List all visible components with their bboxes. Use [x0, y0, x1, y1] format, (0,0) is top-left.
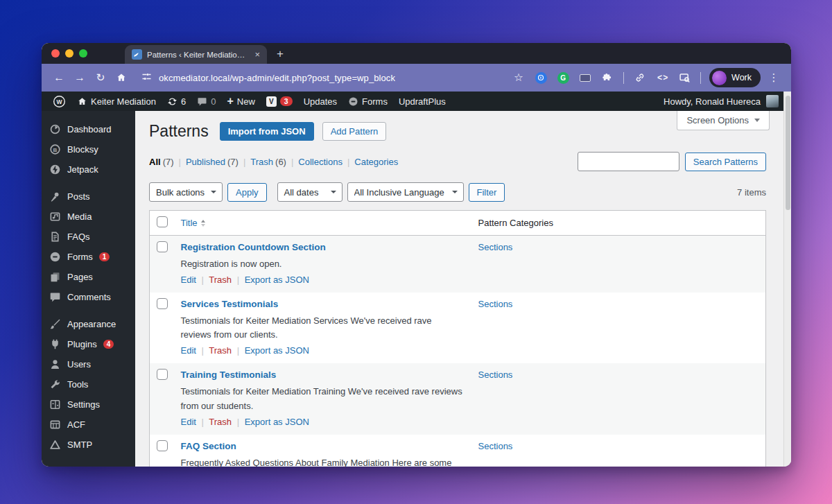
password-manager-icon[interactable] [530, 67, 551, 88]
trash-link[interactable]: Trash [209, 417, 232, 427]
dev-code-icon[interactable]: < > [652, 67, 673, 88]
sidebar-item-plugins[interactable]: Plugins 4 [42, 334, 135, 354]
export-json-link[interactable]: Export as JSON [245, 345, 309, 356]
patterns-table: Title Pattern Categories Registration Co… [149, 210, 766, 467]
pattern-category-link[interactable]: Sections [478, 242, 513, 252]
jetpack-icon [49, 164, 61, 175]
filter-button[interactable]: Filter [469, 183, 505, 202]
edit-link[interactable]: Edit [181, 417, 196, 427]
adminbar-forms-link[interactable]: Forms [343, 92, 393, 111]
page-title: Patterns [149, 122, 209, 141]
browser-tab[interactable]: Patterns ‹ Keiter Mediation — × [125, 45, 267, 64]
adminbar-v-plugin-link[interactable]: V 3 [261, 92, 298, 111]
view-collections[interactable]: Collections [298, 157, 343, 167]
scrollbar-thumb[interactable] [786, 96, 790, 210]
view-published[interactable]: Published(7) [186, 157, 239, 167]
view-all[interactable]: All(7) [149, 157, 174, 167]
search-input[interactable] [578, 152, 679, 171]
sidebar-item-acf[interactable]: ACF [42, 415, 135, 435]
tune-icon[interactable] [141, 71, 152, 85]
row-checkbox[interactable] [157, 440, 168, 451]
pattern-title-link[interactable]: Training Testimonials [181, 370, 277, 380]
profile-label: Work [731, 73, 752, 82]
forward-icon[interactable]: → [69, 67, 90, 88]
adminbar-updates-link[interactable]: 6 [162, 92, 191, 111]
pattern-category-link[interactable]: Sections [478, 370, 513, 380]
pattern-category-link[interactable]: Sections [478, 299, 513, 309]
edit-link[interactable]: Edit [181, 345, 196, 356]
sidebar-item-users[interactable]: Users [42, 354, 135, 374]
trash-link[interactable]: Trash [209, 275, 232, 285]
add-pattern-button[interactable]: Add Pattern [322, 122, 387, 141]
screenshot-tool-icon[interactable] [575, 67, 596, 88]
row-checkbox[interactable] [157, 298, 168, 309]
trash-link[interactable]: Trash [209, 345, 232, 356]
tab-close-icon[interactable]: × [253, 49, 261, 60]
language-filter-select[interactable]: All Inclusive Language Sc [347, 182, 464, 202]
row-actions: Edit | Trash | Export as JSON [181, 275, 465, 285]
adminbar-comments-link[interactable]: 0 [191, 92, 221, 111]
minimize-window-button[interactable] [65, 49, 73, 58]
sidebar-item-dashboard[interactable]: Dashboard [42, 119, 135, 139]
import-from-json-button[interactable]: Import from JSON [220, 122, 314, 141]
search-patterns-button[interactable]: Search Patterns [685, 153, 766, 171]
plug-icon [49, 338, 61, 350]
dates-select[interactable]: All dates [277, 182, 343, 202]
sidebar-item-smtp[interactable]: SMTP [42, 435, 135, 455]
new-tab-button[interactable]: + [277, 47, 284, 61]
row-checkbox[interactable] [157, 369, 168, 380]
view-trash[interactable]: Trash(6) [250, 157, 286, 167]
sidebar-item-faqs[interactable]: FAQs [42, 227, 135, 247]
back-icon[interactable]: ← [49, 67, 69, 88]
export-json-link[interactable]: Export as JSON [245, 417, 309, 427]
edit-link[interactable]: Edit [181, 275, 196, 285]
adminbar-site-link[interactable]: Keiter Mediation [71, 92, 162, 111]
forms-icon [49, 251, 61, 263]
row-actions: Edit | Trash | Export as JSON [181, 417, 465, 427]
sidebar-item-appearance[interactable]: Appearance [42, 314, 135, 334]
view-categories[interactable]: Categories [354, 157, 398, 167]
sidebar-item-posts[interactable]: Posts [42, 186, 135, 207]
pattern-title-link[interactable]: FAQ Section [181, 441, 236, 451]
home-icon[interactable] [111, 67, 132, 88]
maximize-window-button[interactable] [79, 49, 87, 58]
categories-column-header: Pattern Categories [471, 211, 766, 236]
pattern-category-link[interactable]: Sections [478, 441, 513, 451]
screen-options-tab[interactable]: Screen Options [677, 111, 770, 130]
page-scrollbar[interactable] [783, 92, 791, 467]
browser-menu-icon[interactable]: ⋮ [763, 67, 784, 88]
adminbar-new-link[interactable]: + New [221, 92, 260, 111]
adminbar-account[interactable]: Howdy, Ronald Huereca [664, 95, 791, 107]
sidebar-item-jetpack[interactable]: Jetpack [42, 159, 135, 180]
plugins-badge: 4 [103, 340, 114, 349]
bulk-actions-select[interactable]: Bulk actions [149, 182, 223, 202]
inspect-icon[interactable] [674, 67, 695, 88]
wp-logo-icon[interactable]: W [47, 92, 71, 111]
select-all-checkbox[interactable] [157, 216, 168, 227]
sidebar-item-comments[interactable]: Comments [42, 287, 135, 307]
sidebar-item-pages[interactable]: Pages [42, 267, 135, 287]
pattern-title-link[interactable]: Registration Countdown Section [181, 242, 326, 252]
copy-link-icon[interactable] [630, 67, 650, 88]
title-column-sort[interactable]: Title [181, 218, 205, 228]
sidebar-item-blocksy[interactable]: B Blocksy [42, 139, 135, 159]
pattern-excerpt: Testimonials for Keiter Mediation Servic… [181, 314, 465, 342]
sidebar-item-media[interactable]: Media [42, 207, 135, 227]
extensions-puzzle-icon[interactable] [597, 67, 618, 88]
export-json-link[interactable]: Export as JSON [245, 275, 309, 285]
browser-profile-button[interactable]: Work [709, 68, 761, 87]
pattern-title-link[interactable]: Services Testimonials [181, 299, 279, 309]
sidebar-item-tools[interactable]: Tools [42, 374, 135, 394]
sidebar-item-settings[interactable]: Settings [42, 394, 135, 415]
close-window-button[interactable] [51, 49, 60, 58]
reload-icon[interactable]: ↻ [90, 67, 111, 88]
adminbar-updraft-link[interactable]: UpdraftPlus [393, 92, 451, 111]
bookmark-star-icon[interactable]: ☆ [508, 67, 529, 88]
grammarly-icon[interactable]: G [553, 67, 573, 88]
adminbar-updates-text-link[interactable]: Updates [298, 92, 343, 111]
wrench-icon [49, 379, 61, 390]
address-bar[interactable]: okcmediator.local/wp-admin/edit.php?post… [132, 71, 508, 85]
sidebar-item-forms[interactable]: Forms 1 [42, 247, 135, 267]
apply-button[interactable]: Apply [227, 183, 267, 202]
row-checkbox[interactable] [157, 241, 168, 252]
